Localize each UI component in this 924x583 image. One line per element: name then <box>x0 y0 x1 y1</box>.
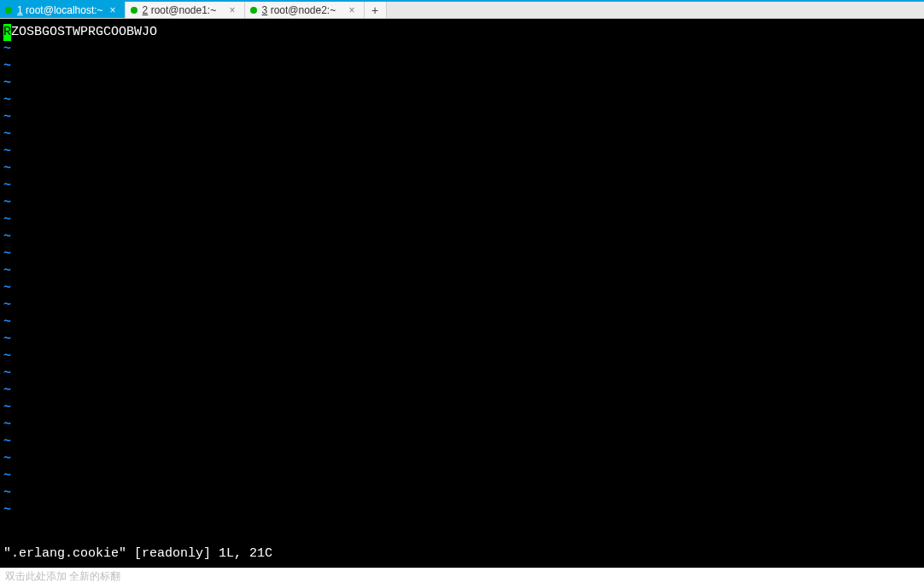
terminal-view[interactable]: RZOSBGOSTWPRGCOOBWJO ~~~~~~~~~~~~~~~~~~~… <box>0 19 924 568</box>
empty-line-tilde: ~ <box>3 229 921 246</box>
empty-line-tilde: ~ <box>3 126 921 143</box>
empty-line-tilde: ~ <box>3 195 921 212</box>
empty-line-tilde: ~ <box>3 280 921 297</box>
status-dot-icon <box>5 7 12 14</box>
empty-line-tilde: ~ <box>3 178 921 195</box>
empty-line-tilde: ~ <box>3 331 921 348</box>
tab-3[interactable]: 3 root@node2:~ × <box>245 2 365 18</box>
empty-line-tilde: ~ <box>3 297 921 314</box>
file-text: ZOSBGOSTWPRGCOOBWJO <box>11 25 157 39</box>
empty-line-tilde: ~ <box>3 246 921 263</box>
new-tab-button[interactable]: + <box>365 2 387 18</box>
cursor-block: R <box>3 24 11 41</box>
empty-line-tilde: ~ <box>3 348 921 365</box>
empty-line-tilde: ~ <box>3 41 921 58</box>
empty-line-tilde: ~ <box>3 75 921 92</box>
empty-line-tilde: ~ <box>3 451 921 468</box>
file-content-line: RZOSBGOSTWPRGCOOBWJO <box>3 24 921 41</box>
tab-2[interactable]: 2 root@node1:~ × <box>126 2 245 18</box>
status-dot-icon <box>250 7 257 14</box>
empty-line-tilde: ~ <box>3 92 921 109</box>
empty-line-tilde: ~ <box>3 314 921 331</box>
empty-line-tilde: ~ <box>3 434 921 451</box>
empty-line-tilde: ~ <box>3 143 921 160</box>
empty-line-tilde: ~ <box>3 417 921 434</box>
tab-label: 1 root@localhost:~ <box>17 4 103 16</box>
empty-line-tilde: ~ <box>3 58 921 75</box>
close-icon[interactable]: × <box>228 5 237 15</box>
status-dot-icon <box>131 7 137 14</box>
empty-line-tilde: ~ <box>3 160 921 178</box>
empty-line-tilde: ~ <box>3 365 921 382</box>
tab-label: 3 root@node2:~ <box>262 4 342 16</box>
empty-line-tilde: ~ <box>3 502 921 519</box>
empty-line-tilde: ~ <box>3 485 921 502</box>
tab-1[interactable]: 1 root@localhost:~ × <box>0 2 126 18</box>
close-icon[interactable]: × <box>108 5 118 15</box>
close-icon[interactable]: × <box>348 5 357 15</box>
empty-line-tilde: ~ <box>3 399 921 417</box>
empty-line-tilde: ~ <box>3 382 921 399</box>
empty-line-tilde: ~ <box>3 263 921 280</box>
tab-bar: 1 root@localhost:~ × 2 root@node1:~ × 3 … <box>0 0 924 19</box>
empty-line-tilde: ~ <box>3 212 921 229</box>
tab-label: 2 root@node1:~ <box>143 4 223 16</box>
vim-status-line: ".erlang.cookie" [readonly] 1L, 21C <box>3 545 272 563</box>
empty-line-tilde: ~ <box>3 468 921 485</box>
empty-line-tilde: ~ <box>3 109 921 126</box>
footer-hint: 双击此处添加 全新的标翻 <box>0 568 924 583</box>
